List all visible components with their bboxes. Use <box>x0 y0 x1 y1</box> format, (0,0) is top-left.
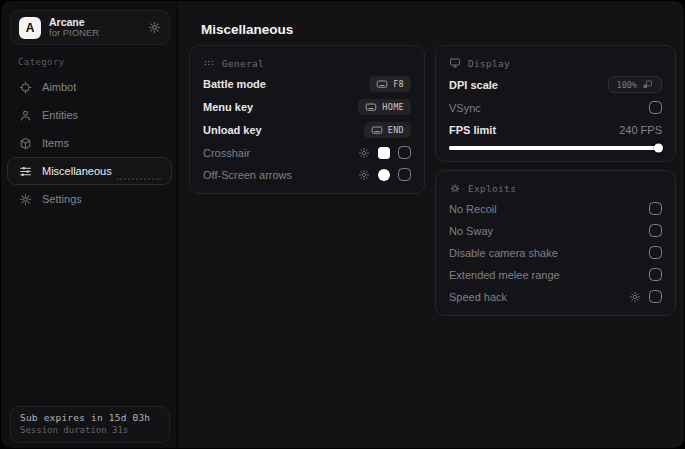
session-duration-text: Session duration 31s <box>20 425 160 435</box>
fps-limit-label: FPS limit <box>449 124 496 136</box>
gear-icon[interactable] <box>358 169 370 181</box>
crosshair-color-swatch[interactable] <box>378 147 390 159</box>
app-subtitle: for PIONER <box>49 28 140 39</box>
menu-key-keybind[interactable]: HOME <box>358 99 411 115</box>
unload-key-keybind[interactable]: END <box>364 122 411 138</box>
sidebar-item-label: Miscellaneous <box>42 165 112 177</box>
sidebar-item-aimbot[interactable]: Aimbot <box>7 73 172 101</box>
fps-slider-knob[interactable] <box>654 144 663 153</box>
no-recoil-row: No Recoil <box>449 201 662 216</box>
main-content: Miscellaneous General Battle mode <box>179 1 684 448</box>
monitor-icon <box>449 57 461 69</box>
sidebar-item-entities[interactable]: Entities <box>7 101 172 129</box>
grip-icon <box>203 57 215 69</box>
decorative-dots <box>117 178 161 180</box>
sub-expires-text: Sub expires in 15d 03h <box>20 412 160 423</box>
disable-camera-shake-label: Disable camera shake <box>449 247 558 259</box>
gear-icon[interactable] <box>629 291 641 303</box>
dpi-scale-label: DPI scale <box>449 79 498 91</box>
extended-melee-range-row: Extended melee range <box>449 267 662 282</box>
sidebar-item-label: Aimbot <box>42 81 76 93</box>
sidebar-item-settings[interactable]: Settings <box>7 185 172 213</box>
fps-limit-slider[interactable] <box>449 146 662 150</box>
fps-slider-fill <box>449 146 662 150</box>
unload-key-row: Unload key END <box>203 122 411 138</box>
sidebar-item-items[interactable]: Items <box>7 129 172 157</box>
person-icon <box>19 109 32 122</box>
no-sway-label: No Sway <box>449 225 493 237</box>
vsync-row: VSync <box>449 100 662 115</box>
crosshair-icon <box>19 81 32 94</box>
exploits-panel-title: Exploits <box>468 183 516 194</box>
general-panel-title: General <box>222 58 264 69</box>
menu-key-row: Menu key HOME <box>203 99 411 115</box>
gear-icon[interactable] <box>358 147 370 159</box>
menu-key-key: HOME <box>382 102 404 112</box>
keyboard-icon <box>371 124 383 136</box>
dpi-scale-value: 100% <box>617 80 637 90</box>
bug-icon <box>449 182 461 194</box>
crosshair-checkbox[interactable] <box>398 146 411 159</box>
app-window: A Arcane for PIONER Category Aim <box>1 1 684 448</box>
gear-icon <box>19 193 32 206</box>
battle-mode-key: F8 <box>393 79 404 89</box>
sidebar-item-label: Entities <box>42 109 78 121</box>
crosshair-row: Crosshair <box>203 145 411 160</box>
battle-mode-row: Battle mode F8 <box>203 76 411 92</box>
sidebar-item-label: Items <box>42 137 69 149</box>
no-sway-checkbox[interactable] <box>649 224 662 237</box>
speed-hack-row: Speed hack <box>449 289 662 304</box>
gear-icon[interactable] <box>148 21 161 34</box>
dpi-scale-row: DPI scale 100% <box>449 76 662 93</box>
offscreen-arrows-color-swatch[interactable] <box>378 169 390 181</box>
offscreen-arrows-checkbox[interactable] <box>398 168 411 181</box>
disable-camera-shake-row: Disable camera shake <box>449 245 662 260</box>
menu-key-label: Menu key <box>203 101 253 113</box>
dpi-scale-select[interactable]: 100% <box>608 76 662 93</box>
page-title: Miscellaneous <box>201 22 293 37</box>
vsync-label: VSync <box>449 102 481 114</box>
disable-camera-shake-checkbox[interactable] <box>649 246 662 259</box>
no-sway-row: No Sway <box>449 223 662 238</box>
offscreen-arrows-row: Off-Screen arrows <box>203 167 411 182</box>
no-recoil-checkbox[interactable] <box>649 202 662 215</box>
battle-mode-label: Battle mode <box>203 78 266 90</box>
crosshair-label: Crosshair <box>203 147 250 159</box>
fps-limit-value: 240 FPS <box>619 124 662 136</box>
general-panel: General Battle mode F8 Menu key <box>189 45 425 194</box>
extended-melee-range-label: Extended melee range <box>449 269 560 281</box>
category-label: Category <box>18 57 65 67</box>
app-header-card: A Arcane for PIONER <box>10 10 170 45</box>
sidebar: A Arcane for PIONER Category Aim <box>1 1 178 448</box>
no-recoil-label: No Recoil <box>449 203 497 215</box>
display-panel-title: Display <box>468 58 510 69</box>
sidebar-item-miscellaneous[interactable]: Miscellaneous <box>7 157 172 185</box>
keyboard-icon <box>376 78 388 90</box>
speed-hack-label: Speed hack <box>449 291 507 303</box>
unload-key-key: END <box>388 125 404 135</box>
display-panel: Display DPI scale 100% VSync <box>435 45 676 162</box>
offscreen-arrows-label: Off-Screen arrows <box>203 169 292 181</box>
sidebar-nav: Aimbot Entities Items <box>7 73 172 213</box>
vsync-checkbox[interactable] <box>649 101 662 114</box>
subscription-card: Sub expires in 15d 03h Session duration … <box>10 406 170 443</box>
speed-hack-checkbox[interactable] <box>649 290 662 303</box>
battle-mode-keybind[interactable]: F8 <box>369 76 411 92</box>
app-logo: A <box>19 17 41 39</box>
exploits-panel: Exploits No Recoil No Sway Disable camer… <box>435 170 676 316</box>
cube-icon <box>19 137 32 150</box>
scale-icon <box>642 79 653 90</box>
extended-melee-range-checkbox[interactable] <box>649 268 662 281</box>
fps-limit-row: FPS limit 240 FPS <box>449 122 662 137</box>
sliders-icon <box>19 165 32 178</box>
keyboard-icon <box>365 101 377 113</box>
sidebar-item-label: Settings <box>42 193 82 205</box>
unload-key-label: Unload key <box>203 124 262 136</box>
